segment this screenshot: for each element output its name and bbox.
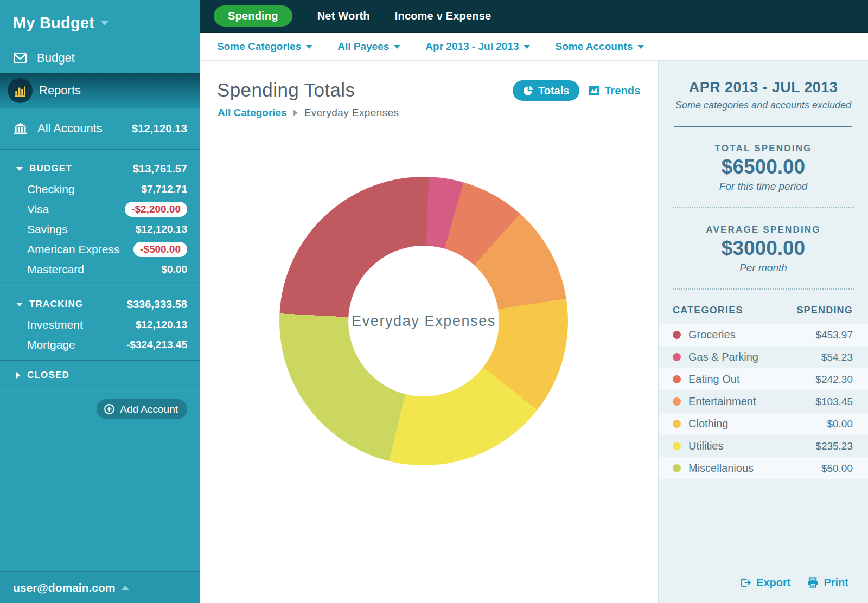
budget-section: BUDGET $13,761.57 Checking $7,712.71 Vis… <box>0 150 200 285</box>
stat-label: AVERAGE SPENDING <box>659 224 868 235</box>
divider <box>674 126 852 127</box>
account-row-investment[interactable]: Investment $12,120.13 <box>0 315 200 335</box>
category-dot <box>673 442 681 450</box>
plus-circle-icon <box>104 403 115 415</box>
stat-note: Per month <box>659 262 868 274</box>
section-header-tracking[interactable]: TRACKING $336,333.58 <box>0 294 200 315</box>
filter-accounts[interactable]: Some Accounts <box>555 41 644 53</box>
donut-center-label: Everyday Expenses <box>352 313 496 330</box>
chevron-down-icon <box>101 21 108 25</box>
sidebar: My Budget Budget Reports All Accounts $1… <box>0 0 200 603</box>
tab-net-worth[interactable]: Net Worth <box>317 10 370 22</box>
sidebar-item-budget[interactable]: Budget <box>0 43 200 73</box>
budget-switcher[interactable]: My Budget <box>0 0 200 43</box>
donut-chart[interactable]: Everyday Expenses <box>279 177 568 465</box>
category-value: $103.45 <box>815 396 853 408</box>
category-dot <box>673 375 681 383</box>
breadcrumb-current: Everyday Expenses <box>304 107 399 119</box>
sidebar-item-all-accounts[interactable]: All Accounts $12,120.13 <box>0 108 200 149</box>
chevron-down-icon <box>16 303 23 306</box>
category-name: Utilities <box>688 440 723 452</box>
print-label: Print <box>824 576 848 589</box>
envelope-icon <box>13 51 27 65</box>
section-header-budget[interactable]: BUDGET $13,761.57 <box>0 158 200 179</box>
period-note: Some categories and accounts excluded <box>659 100 868 111</box>
chevron-down-icon <box>394 45 400 49</box>
report-canvas: Spending Totals All Categories Everyday … <box>200 61 658 603</box>
donut-center: Everyday Expenses <box>348 246 499 396</box>
filter-label: Some Categories <box>217 41 301 53</box>
filter-label: All Payees <box>337 41 389 53</box>
tab-income-v-expense[interactable]: Income v Expense <box>395 10 492 22</box>
chevron-right-icon <box>16 372 20 379</box>
category-row-gas-parking[interactable]: Gas & Parking $54.23 <box>659 346 868 368</box>
category-row-groceries[interactable]: Groceries $453.97 <box>659 324 868 346</box>
export-label: Export <box>756 576 790 589</box>
add-account-button[interactable]: Add Account <box>97 399 187 419</box>
divider <box>673 288 854 290</box>
stat-label: TOTAL SPENDING <box>659 143 868 154</box>
category-row-miscellanious[interactable]: Miscellanious $50.00 <box>659 457 868 479</box>
filter-date-range[interactable]: Apr 2013 - Jul 2013 <box>425 41 530 53</box>
account-name: Visa <box>27 203 49 216</box>
chevron-down-icon <box>306 45 312 49</box>
account-balance: -$324,213.45 <box>126 339 187 351</box>
export-button[interactable]: Export <box>739 576 790 589</box>
account-balance: $7,712.71 <box>141 183 187 195</box>
category-row-eating-out[interactable]: Eating Out $242.30 <box>659 368 868 390</box>
account-name: Investment <box>27 318 83 331</box>
category-dot <box>673 420 681 428</box>
sidebar-item-reports[interactable]: Reports <box>0 73 200 108</box>
trends-label: Trends <box>604 85 640 97</box>
category-dot <box>673 464 681 472</box>
account-balance: $12,120.13 <box>136 319 187 331</box>
account-row-visa[interactable]: Visa -$2,200.00 <box>0 199 200 219</box>
user-menu[interactable]: user@domain.com <box>0 571 200 603</box>
chevron-down-icon <box>524 45 530 49</box>
average-spending-stat: AVERAGE SPENDING $3000.00 Per month <box>659 224 868 274</box>
account-row-american-express[interactable]: American Express -$500.00 <box>0 239 200 259</box>
trends-button[interactable]: Trends <box>588 85 640 97</box>
total-spending-value: $6500.00 <box>659 156 868 178</box>
stat-note: For this time period <box>659 181 868 193</box>
account-row-checking[interactable]: Checking $7,712.71 <box>0 179 200 199</box>
account-name: Mortgage <box>27 338 75 351</box>
account-balance-negative: -$2,200.00 <box>125 202 187 217</box>
chevron-down-icon <box>16 167 23 171</box>
export-icon <box>739 576 752 589</box>
tab-spending[interactable]: Spending <box>214 5 292 27</box>
print-button[interactable]: Print <box>807 576 848 589</box>
account-balance: $12,120.13 <box>136 223 187 235</box>
filter-payees[interactable]: All Payees <box>337 41 400 53</box>
user-email: user@domain.com <box>13 581 116 594</box>
account-row-mortgage[interactable]: Mortgage -$324,213.45 <box>0 335 200 355</box>
categories-table-header: CATEGORIES SPENDING <box>659 305 868 316</box>
account-row-savings[interactable]: Savings $12,120.13 <box>0 219 200 239</box>
divider <box>673 207 854 208</box>
account-name: Mastercard <box>27 263 84 276</box>
category-row-entertainment[interactable]: Entertainment $103.45 <box>659 390 868 413</box>
bar-chart-icon <box>8 78 33 103</box>
category-row-clothing[interactable]: Clothing $0.00 <box>659 413 868 435</box>
column-header-categories: CATEGORIES <box>673 305 743 316</box>
section-header-closed[interactable]: CLOSED <box>0 361 200 390</box>
category-dot <box>673 353 681 361</box>
bank-icon <box>13 121 28 136</box>
all-accounts-balance: $12,120.13 <box>132 123 187 135</box>
app-title: My Budget <box>13 14 94 32</box>
sidebar-item-label: Budget <box>37 51 75 65</box>
category-name: Groceries <box>688 329 736 341</box>
page-title: Spending Totals <box>217 79 355 101</box>
section-total: $336,333.58 <box>127 298 187 311</box>
breadcrumb-all-categories[interactable]: All Categories <box>218 107 287 119</box>
panel-actions: Export Print <box>739 576 848 589</box>
category-value: $235.23 <box>815 440 853 452</box>
trends-chart-icon <box>588 85 600 97</box>
category-value: $54.23 <box>821 351 853 363</box>
filter-bar: Some Categories All Payees Apr 2013 - Ju… <box>200 33 868 61</box>
account-row-mastercard[interactable]: Mastercard $0.00 <box>0 259 200 279</box>
category-dot <box>673 397 681 406</box>
category-row-utilities[interactable]: Utilities $235.23 <box>659 435 868 457</box>
totals-button[interactable]: Totals <box>513 80 579 101</box>
filter-categories[interactable]: Some Categories <box>217 41 312 53</box>
